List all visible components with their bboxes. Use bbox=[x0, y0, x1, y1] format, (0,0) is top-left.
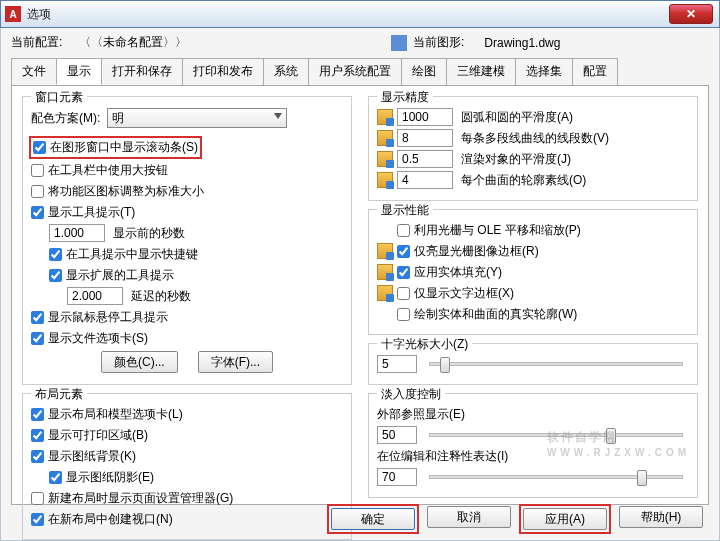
group-layout-elements: 布局元素 显示布局和模型选项卡(L) 显示可打印区域(B) 显示图纸背景(K) … bbox=[22, 393, 352, 540]
contour-lines-value: 4 bbox=[402, 173, 409, 187]
polyline-seg-label: 每条多段线曲线的线段数(V) bbox=[461, 130, 609, 147]
crosshair-value: 5 bbox=[382, 357, 389, 371]
arc-smooth-label: 圆弧和圆的平滑度(A) bbox=[461, 109, 573, 126]
crosshair-input[interactable]: 5 bbox=[377, 355, 417, 373]
titlebar: A 选项 ✕ bbox=[0, 0, 720, 28]
color-scheme-value: 明 bbox=[112, 110, 124, 127]
xref-fade-input[interactable]: 50 bbox=[377, 426, 417, 444]
cb-tooltips[interactable] bbox=[31, 206, 44, 219]
legend-crosshair: 十字光标大小(Z) bbox=[377, 336, 472, 353]
legend-performance: 显示性能 bbox=[377, 202, 433, 219]
legend-window-elements: 窗口元素 bbox=[31, 89, 87, 106]
tab-file[interactable]: 文件 bbox=[11, 58, 57, 85]
tab-print-publish[interactable]: 打印和发布 bbox=[182, 58, 264, 85]
app-icon: A bbox=[5, 6, 21, 22]
inplace-fade-label: 在位编辑和注释性表达(I) bbox=[377, 448, 508, 465]
cb-large-buttons[interactable] bbox=[31, 164, 44, 177]
ext-delay-input[interactable]: 2.000 bbox=[67, 287, 123, 305]
cb-scrollbars[interactable] bbox=[33, 141, 46, 154]
cb-hover-tip[interactable] bbox=[31, 311, 44, 324]
dialog-content: 当前配置: 〈〈未命名配置〉〉 当前图形: Drawing1.dwg 文件 显示… bbox=[0, 28, 720, 541]
apply-button[interactable]: 应用(A) bbox=[523, 508, 607, 530]
cb-highlight-frame[interactable] bbox=[397, 245, 410, 258]
cb-tooltips-label: 显示工具提示(T) bbox=[48, 204, 135, 221]
cb-true-silh[interactable] bbox=[397, 308, 410, 321]
dwg-var-icon bbox=[377, 130, 393, 146]
cb-solid-fill[interactable] bbox=[397, 266, 410, 279]
fonts-button[interactable]: 字体(F)... bbox=[198, 351, 273, 373]
cb-true-silh-label: 绘制实体和曲面的真实轮廓(W) bbox=[414, 306, 577, 323]
xref-fade-value: 50 bbox=[382, 428, 395, 442]
ext-delay-value: 2.000 bbox=[72, 289, 102, 303]
cb-shortcut-in-tip[interactable] bbox=[49, 248, 62, 261]
tab-system[interactable]: 系统 bbox=[263, 58, 309, 85]
cb-file-tabs-label: 显示文件选项卡(S) bbox=[48, 330, 148, 347]
inplace-fade-input[interactable]: 70 bbox=[377, 468, 417, 486]
colors-button[interactable]: 颜色(C)... bbox=[101, 351, 178, 373]
current-profile-label: 当前配置: bbox=[11, 35, 62, 49]
cb-text-frame[interactable] bbox=[397, 287, 410, 300]
dwg-var-icon bbox=[377, 243, 393, 259]
current-drawing-label: 当前图形: bbox=[413, 34, 464, 51]
cb-paper-bg-label: 显示图纸背景(K) bbox=[48, 448, 136, 465]
tab-drafting[interactable]: 绘图 bbox=[401, 58, 447, 85]
crosshair-slider[interactable] bbox=[429, 362, 683, 366]
group-performance: 显示性能 利用光栅与 OLE 平移和缩放(P) 仅亮显光栅图像边框(R) 应用实… bbox=[368, 209, 698, 335]
chevron-down-icon bbox=[274, 113, 282, 119]
render-smooth-input[interactable]: 0.5 bbox=[397, 150, 453, 168]
tab-profiles[interactable]: 配置 bbox=[572, 58, 618, 85]
cb-layout-tabs[interactable] bbox=[31, 408, 44, 421]
cb-scrollbars-label: 在图形窗口中显示滚动条(S) bbox=[50, 139, 198, 156]
tab-display[interactable]: 显示 bbox=[56, 58, 102, 85]
cb-std-icon-size[interactable] bbox=[31, 185, 44, 198]
cancel-button[interactable]: 取消 bbox=[427, 506, 511, 528]
color-scheme-select[interactable]: 明 bbox=[107, 108, 287, 128]
cb-ext-tip-label: 显示扩展的工具提示 bbox=[66, 267, 174, 284]
current-profile-value: 〈〈未命名配置〉〉 bbox=[79, 35, 187, 49]
cb-paper-shadow-label: 显示图纸阴影(E) bbox=[66, 469, 154, 486]
group-fade: 淡入度控制 外部参照显示(E) 50 在位编辑和注释性表达(I) 70 bbox=[368, 393, 698, 498]
dwg-var-icon bbox=[377, 151, 393, 167]
arc-smooth-value: 1000 bbox=[402, 110, 429, 124]
contour-lines-input[interactable]: 4 bbox=[397, 171, 453, 189]
legend-precision: 显示精度 bbox=[377, 89, 433, 106]
cb-new-viewport-label: 在新布局中创建视口(N) bbox=[48, 511, 173, 528]
render-smooth-label: 渲染对象的平滑度(J) bbox=[461, 151, 571, 168]
cb-large-buttons-label: 在工具栏中使用大按钮 bbox=[48, 162, 168, 179]
dwg-var-icon bbox=[377, 264, 393, 280]
contour-lines-label: 每个曲面的轮廓素线(O) bbox=[461, 172, 586, 189]
inplace-fade-slider[interactable] bbox=[429, 475, 683, 479]
cb-raster-pan[interactable] bbox=[397, 224, 410, 237]
header-row: 当前配置: 〈〈未命名配置〉〉 当前图形: Drawing1.dwg bbox=[11, 34, 709, 51]
cb-solid-fill-label: 应用实体填充(Y) bbox=[414, 264, 502, 281]
cb-raster-pan-label: 利用光栅与 OLE 平移和缩放(P) bbox=[414, 222, 581, 239]
help-button[interactable]: 帮助(H) bbox=[619, 506, 703, 528]
cb-new-viewport[interactable] bbox=[31, 513, 44, 526]
cb-paper-bg[interactable] bbox=[31, 450, 44, 463]
cb-std-icon-size-label: 将功能区图标调整为标准大小 bbox=[48, 183, 204, 200]
tip-delay-input[interactable]: 1.000 bbox=[49, 224, 105, 242]
ok-button[interactable]: 确定 bbox=[331, 508, 415, 530]
cb-new-page-setup[interactable] bbox=[31, 492, 44, 505]
group-window-elements: 窗口元素 配色方案(M): 明 在图形窗口中显示滚动条(S) 在工具栏中使用大按… bbox=[22, 96, 352, 385]
arc-smooth-input[interactable]: 1000 bbox=[397, 108, 453, 126]
tab-user-prefs[interactable]: 用户系统配置 bbox=[308, 58, 402, 85]
tabstrip: 文件 显示 打开和保存 打印和发布 系统 用户系统配置 绘图 三维建模 选择集 … bbox=[11, 58, 709, 86]
dwg-var-icon bbox=[377, 172, 393, 188]
legend-fade: 淡入度控制 bbox=[377, 386, 445, 403]
cb-ext-tip[interactable] bbox=[49, 269, 62, 282]
close-button[interactable]: ✕ bbox=[669, 4, 713, 24]
cb-printable-label: 显示可打印区域(B) bbox=[48, 427, 148, 444]
dwg-var-icon bbox=[377, 109, 393, 125]
dwg-var-icon bbox=[377, 285, 393, 301]
polyline-seg-input[interactable]: 8 bbox=[397, 129, 453, 147]
cb-paper-shadow[interactable] bbox=[49, 471, 62, 484]
cb-file-tabs[interactable] bbox=[31, 332, 44, 345]
tip-delay-value: 1.000 bbox=[54, 226, 84, 240]
tab-open-save[interactable]: 打开和保存 bbox=[101, 58, 183, 85]
tab-selection[interactable]: 选择集 bbox=[515, 58, 573, 85]
footer-buttons: 确定 取消 应用(A) 帮助(H) bbox=[329, 506, 703, 532]
tab-3d[interactable]: 三维建模 bbox=[446, 58, 516, 85]
xref-fade-slider[interactable] bbox=[429, 433, 683, 437]
cb-printable[interactable] bbox=[31, 429, 44, 442]
